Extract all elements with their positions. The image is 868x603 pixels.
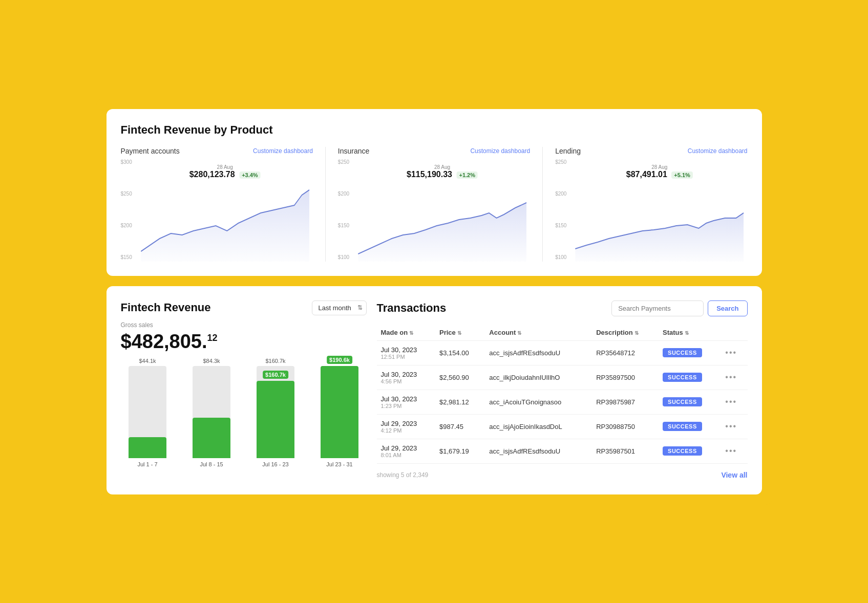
cell-status-0: SUCCESS	[659, 340, 721, 365]
bar-group-1: $84.3k Jul 8 - 15	[185, 365, 239, 467]
chart-section-2: Lending Customize dashboard $250$200$150…	[543, 147, 747, 262]
bar-wrapper-3: $190.6k $190.6k	[313, 358, 367, 458]
cell-date-3: Jul 29, 2023 4:12 PM	[377, 414, 436, 439]
col-header-price[interactable]: Price⇅	[435, 325, 485, 341]
gross-value: $482,805.12	[121, 331, 367, 353]
cell-status-3: SUCCESS	[659, 414, 721, 439]
customize-link-2[interactable]: Customize dashboard	[688, 147, 748, 155]
y-labels-0: $300$250$200$150	[121, 159, 132, 262]
cell-actions-0[interactable]: •••	[721, 340, 747, 365]
cell-description-1: RP35897500	[592, 365, 659, 390]
bar-bg-0	[129, 366, 166, 458]
trans-title: Transactions	[377, 302, 447, 315]
bar-group-0: $44.1k Jul 1 - 7	[121, 365, 175, 467]
cell-status-2: SUCCESS	[659, 390, 721, 414]
chart-area-0: $300$250$200$150 28 Aug $2	[121, 159, 313, 262]
y-label: $300	[121, 159, 132, 165]
date-secondary-3: 4:12 PM	[381, 427, 432, 434]
y-label: $250	[338, 159, 349, 165]
cell-actions-2[interactable]: •••	[721, 390, 747, 414]
bar-bg-3: $190.6k	[321, 366, 358, 458]
table-header-row: Made on⇅Price⇅Account⇅Description⇅Status…	[377, 325, 748, 341]
svg-marker-2	[575, 213, 744, 262]
cell-account-2: acc_iAcoiuTGnoignasoo	[485, 390, 592, 414]
top-card-title: Fintech Revenue by Product	[121, 123, 748, 137]
bar-top-label-2: $160.7k	[265, 358, 285, 364]
bar-fill-label-3: $190.6k	[327, 356, 352, 364]
col-header-description[interactable]: Description⇅	[592, 325, 659, 341]
cell-price-1: $2,560.90	[435, 365, 485, 390]
cell-date-1: Jul 30, 2023 4:56 PM	[377, 365, 436, 390]
sort-icon-3: ⇅	[634, 330, 639, 336]
chart-header-0: Payment accounts Customize dashboard	[121, 147, 313, 155]
cell-actions-4[interactable]: •••	[721, 439, 747, 463]
cell-price-3: $987.45	[435, 414, 485, 439]
customize-link-1[interactable]: Customize dashboard	[470, 147, 530, 155]
top-card: Fintech Revenue by Product Payment accou…	[107, 109, 762, 276]
cell-actions-3[interactable]: •••	[721, 414, 747, 439]
period-select[interactable]: Last monthLast weekLast year	[312, 300, 367, 315]
bar-group-3: $190.6k $190.6k Jul 23 - 31	[313, 365, 367, 467]
fr-header: Fintech Revenue Last monthLast weekLast …	[121, 300, 367, 315]
table-row: Jul 29, 2023 8:01 AM $1,679.19 acc_isjsA…	[377, 439, 748, 463]
chart-svg-1: 28 Aug $115,190.33 +1.2%	[354, 159, 530, 262]
chart-section-1: Insurance Customize dashboard $250$200$1…	[326, 147, 543, 262]
view-all-link[interactable]: View all	[721, 471, 747, 479]
date-secondary-1: 4:56 PM	[381, 378, 432, 384]
table-head: Made on⇅Price⇅Account⇅Description⇅Status…	[377, 325, 748, 341]
chart-svg-0: 28 Aug $280,123.78 +3.4%	[137, 159, 313, 262]
bar-chart-area: $44.1k Jul 1 - 7 $84.3k Jul 8 - 15 $160.…	[121, 365, 367, 467]
y-label: $250	[121, 191, 132, 197]
fr-title: Fintech Revenue	[121, 301, 211, 314]
gross-cents: 12	[207, 333, 218, 343]
more-dots-4[interactable]: •••	[725, 446, 737, 455]
transactions-panel: Transactions Search Made on⇅Price⇅Accoun…	[377, 300, 748, 480]
col-header-account[interactable]: Account⇅	[485, 325, 592, 341]
chart-header-2: Lending Customize dashboard	[555, 147, 747, 155]
search-button[interactable]: Search	[708, 300, 747, 316]
bar-bg-2: $160.7k	[257, 366, 294, 458]
more-dots-1[interactable]: •••	[725, 373, 737, 381]
charts-row: Payment accounts Customize dashboard $30…	[121, 147, 748, 262]
table-row: Jul 30, 2023 1:23 PM $2,981.12 acc_iAcoi…	[377, 390, 748, 414]
cell-date-0: Jul 30, 2023 12:51 PM	[377, 340, 436, 365]
search-row: Search	[611, 300, 747, 316]
outer-wrapper: Fintech Revenue by Product Payment accou…	[96, 99, 772, 505]
chart-name-1: Insurance	[338, 147, 369, 155]
cell-price-4: $1,679.19	[435, 439, 485, 463]
y-label: $200	[555, 191, 566, 197]
cell-description-3: RP30988750	[592, 414, 659, 439]
more-dots-3[interactable]: •••	[725, 422, 737, 430]
bar-fill-0	[129, 437, 166, 458]
table-body: Jul 30, 2023 12:51 PM $3,154.00 acc_isjs…	[377, 340, 748, 463]
col-header-actions	[721, 325, 747, 341]
col-header-status[interactable]: Status⇅	[659, 325, 721, 341]
status-badge-4: SUCCESS	[663, 446, 702, 456]
more-dots-2[interactable]: •••	[725, 397, 737, 406]
sort-icon-2: ⇅	[517, 330, 521, 336]
status-badge-3: SUCCESS	[663, 422, 702, 431]
cell-status-1: SUCCESS	[659, 365, 721, 390]
col-header-made-on[interactable]: Made on⇅	[377, 325, 436, 341]
period-wrapper[interactable]: Last monthLast weekLast year	[312, 300, 367, 315]
bar-group-2: $160.7k $160.7k Jul 16 - 23	[249, 365, 303, 467]
cell-price-0: $3,154.00	[435, 340, 485, 365]
bar-x-label-1: Jul 8 - 15	[200, 461, 223, 467]
status-badge-1: SUCCESS	[663, 373, 702, 382]
customize-link-0[interactable]: Customize dashboard	[253, 147, 313, 155]
search-input[interactable]	[611, 300, 704, 316]
chart-section-0: Payment accounts Customize dashboard $30…	[121, 147, 326, 262]
gross-label: Gross sales	[121, 321, 367, 329]
bar-fill-2: $160.7k	[257, 381, 294, 458]
status-badge-2: SUCCESS	[663, 397, 702, 406]
chart-name-2: Lending	[555, 147, 581, 155]
more-dots-0[interactable]: •••	[725, 348, 737, 357]
cell-actions-1[interactable]: •••	[721, 365, 747, 390]
table-row: Jul 30, 2023 4:56 PM $2,560.90 acc_ilkjD…	[377, 365, 748, 390]
bar-top-label-0: $44.1k	[139, 358, 156, 364]
bar-fill-3: $190.6k	[321, 366, 358, 458]
cell-description-4: RP35987501	[592, 439, 659, 463]
bottom-row: Fintech Revenue Last monthLast weekLast …	[107, 286, 762, 494]
y-label: $200	[121, 223, 132, 228]
trans-footer: showing 5 of 2,349 View all	[377, 464, 748, 480]
